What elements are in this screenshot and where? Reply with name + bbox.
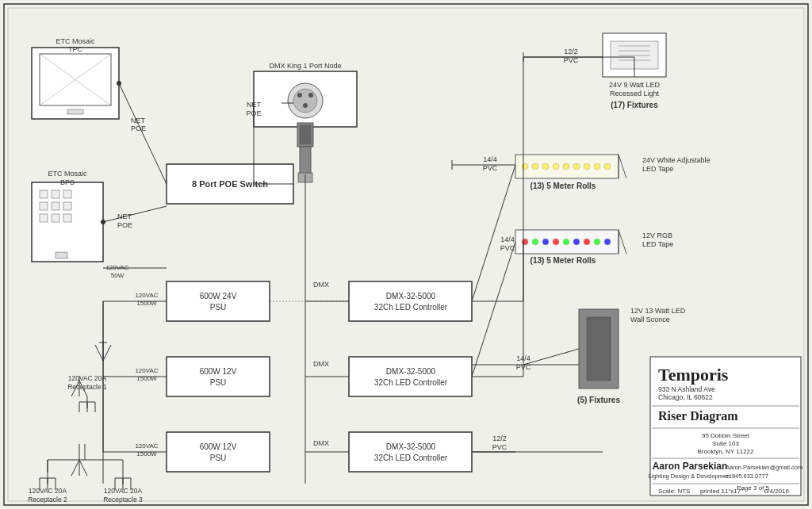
svg-text:Scale: NTS: Scale: NTS [658,488,690,495]
svg-rect-19 [63,214,71,222]
svg-text:TPC: TPC [68,45,83,53]
svg-text:12/2: 12/2 [564,48,578,55]
svg-rect-92 [167,281,270,321]
svg-text:600W 24V: 600W 24V [200,292,237,300]
svg-point-70 [532,239,538,245]
svg-point-53 [553,163,559,170]
svg-rect-34 [300,147,311,174]
svg-text:DMX: DMX [313,439,329,447]
svg-point-56 [584,163,590,170]
svg-rect-11 [40,190,48,198]
svg-rect-101 [349,281,472,321]
svg-text:Receptacle 3: Receptacle 3 [103,496,143,503]
svg-point-52 [542,163,549,170]
svg-rect-84 [587,317,611,381]
svg-text:PVC: PVC [492,443,508,451]
svg-point-71 [542,239,549,245]
svg-text:Chicago, IL 60622: Chicago, IL 60622 [658,393,713,401]
svg-text:POE: POE [117,221,132,229]
svg-text:PSU: PSU [210,378,227,387]
svg-text:95 Dobbin Street: 95 Dobbin Street [702,432,750,439]
svg-text:1500W: 1500W [136,450,157,457]
svg-text:32Ch LED Controller: 32Ch LED Controller [374,303,448,312]
svg-point-29 [308,93,313,98]
svg-text:Aaron Parsekian: Aaron Parsekian [653,461,728,472]
svg-text:Temporis: Temporis [658,365,729,385]
svg-text:12V RGB: 12V RGB [642,232,672,239]
svg-text:Recessed Light: Recessed Light [610,90,660,98]
svg-text:PSU: PSU [210,454,227,462]
svg-text:Page 3 of 5: Page 3 of 5 [737,484,769,492]
svg-text:PSU: PSU [210,303,227,312]
svg-text:1500W: 1500W [136,375,157,382]
svg-text:120VAC 20A: 120VAC 20A [68,374,107,382]
svg-point-27 [293,89,317,113]
svg-text:1500W: 1500W [136,300,157,307]
svg-text:Aaron.Parsekian@gmail.com: Aaron.Parsekian@gmail.com [726,464,802,471]
svg-text:ETC Mosaic: ETC Mosaic [56,37,95,45]
svg-text:LED Tape: LED Tape [642,165,673,173]
svg-point-57 [594,163,600,170]
svg-rect-13 [63,190,71,198]
svg-text:50W: 50W [111,272,124,279]
svg-point-72 [553,239,559,245]
svg-text:ETC Mosaic: ETC Mosaic [48,170,87,178]
svg-rect-32 [300,125,311,144]
svg-rect-12 [52,190,59,198]
svg-text:DMX: DMX [313,360,329,368]
svg-point-69 [522,239,528,245]
svg-text:PVC: PVC [500,244,515,252]
svg-text:LED Tape: LED Tape [642,240,673,248]
svg-point-74 [573,239,580,245]
svg-rect-15 [52,202,59,210]
svg-text:DMX-32-5000: DMX-32-5000 [386,367,436,376]
svg-text:Wall Sconce: Wall Sconce [630,316,670,323]
svg-text:120VAC: 120VAC [135,367,158,374]
diagram-container: ETC Mosaic TPC ETC Mosaic BPS 8 Port POE… [0,0,812,509]
svg-rect-98 [167,432,270,472]
svg-rect-14 [40,202,48,210]
svg-text:32Ch LED Controller: 32Ch LED Controller [374,454,448,462]
svg-point-73 [563,239,569,245]
svg-text:600W 12V: 600W 12V [200,442,237,451]
svg-text:12/2: 12/2 [492,434,507,442]
svg-rect-18 [52,214,59,222]
svg-rect-95 [167,357,270,396]
svg-rect-107 [349,432,472,472]
svg-point-50 [522,163,528,170]
svg-text:(13) 5 Meter Rolls: (13) 5 Meter Rolls [530,256,596,265]
svg-point-77 [604,239,611,245]
svg-point-111 [117,81,121,86]
svg-point-54 [563,163,569,170]
svg-text:120VAC: 120VAC [135,292,158,299]
svg-text:Suite 103: Suite 103 [712,440,739,447]
svg-text:(5) Fixtures: (5) Fixtures [577,396,620,404]
svg-text:Receptacle 2: Receptacle 2 [28,496,67,503]
svg-rect-20 [56,252,67,258]
svg-text:DMX-32-5000: DMX-32-5000 [386,292,436,300]
svg-text:NET: NET [117,212,132,220]
svg-text:120VAC: 120VAC [135,442,158,450]
svg-rect-16 [63,202,71,210]
svg-text:14/4: 14/4 [500,235,515,243]
svg-text:DMX: DMX [313,281,329,289]
svg-point-58 [604,163,611,170]
svg-point-115 [101,220,105,224]
svg-text:BPS: BPS [60,178,75,186]
svg-text:12V 13 Watt LED: 12V 13 Watt LED [630,307,686,315]
svg-text:14/4: 14/4 [483,155,497,163]
svg-text:(17) Fixtures: (17) Fixtures [611,101,658,109]
svg-point-75 [584,239,590,245]
svg-point-51 [532,163,538,170]
svg-text:(13) 5 Meter Rolls: (13) 5 Meter Rolls [530,182,596,190]
svg-text:DMX-32-5000: DMX-32-5000 [386,442,436,451]
svg-text:POE: POE [131,124,146,132]
svg-text:DMX King 1 Port Node: DMX King 1 Port Node [269,62,341,70]
svg-text:Brooklyn, NY 11222: Brooklyn, NY 11222 [697,448,754,455]
svg-text:Receptacle 1: Receptacle 1 [67,383,107,391]
svg-rect-7 [67,109,83,114]
svg-text:32Ch LED Controller: 32Ch LED Controller [374,378,448,387]
svg-text:24V 9 Watt LED: 24V 9 Watt LED [609,81,661,89]
svg-text:933 N Ashland Ave: 933 N Ashland Ave [658,385,715,393]
svg-point-28 [297,93,302,98]
